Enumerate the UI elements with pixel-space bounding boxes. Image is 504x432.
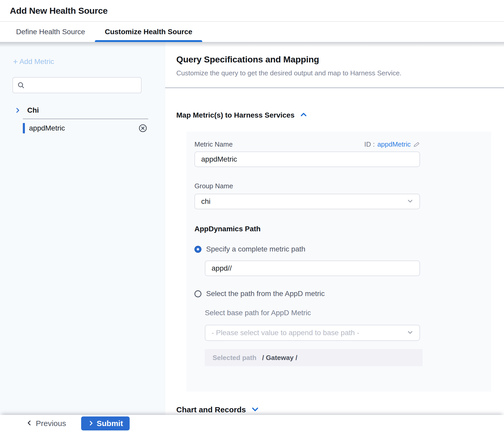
chevron-right-icon bbox=[88, 420, 94, 427]
selected-path-strip: Selected path / Gateway / bbox=[205, 349, 423, 366]
chevron-up-icon[interactable] bbox=[300, 111, 307, 120]
section-page-title: Query Specifications and Mapping bbox=[176, 54, 504, 64]
previous-label: Previous bbox=[36, 419, 66, 428]
metric-search bbox=[12, 77, 142, 93]
base-path-select[interactable]: - Please select value to append to base … bbox=[205, 325, 420, 341]
tab-define-health-source[interactable]: Define Health Source bbox=[6, 22, 95, 42]
section-subtitle: Customize the query to get the desired o… bbox=[176, 69, 504, 77]
map-metrics-section-header[interactable]: Map Metric(s) to Harness Services bbox=[176, 111, 504, 120]
selected-indicator bbox=[23, 123, 25, 133]
chevron-right-icon[interactable] bbox=[14, 107, 21, 114]
metric-name-label: Metric Name bbox=[194, 140, 233, 148]
id-label: ID : bbox=[364, 140, 375, 148]
dialog-footer: Previous Submit bbox=[0, 415, 504, 432]
chevron-down-icon bbox=[407, 329, 414, 337]
add-metric-label: Add Metric bbox=[19, 57, 54, 66]
search-input[interactable] bbox=[12, 77, 142, 93]
add-metric-button[interactable]: + Add Metric bbox=[13, 57, 54, 66]
search-icon bbox=[17, 81, 25, 90]
metric-id-wrap: ID : appdMetric bbox=[364, 140, 420, 148]
metric-name-input[interactable] bbox=[194, 152, 420, 167]
radio-checked-icon[interactable] bbox=[194, 246, 201, 253]
metric-mapping-card: Metric Name ID : appdMetric Group Name bbox=[186, 132, 491, 392]
radio-complete-metric-path[interactable]: Specify a complete metric path bbox=[194, 245, 491, 253]
group-name-label: Group Name bbox=[194, 182, 491, 190]
page-title: Add New Health Source bbox=[10, 6, 108, 16]
metric-group-row[interactable]: Chi bbox=[0, 104, 165, 117]
tab-bar: Define Health Source Customize Health So… bbox=[0, 22, 504, 42]
dialog-header: Add New Health Source bbox=[0, 0, 504, 22]
selected-path-value: / Gateway / bbox=[262, 354, 297, 362]
title-divider bbox=[165, 88, 504, 88]
chart-and-records-title: Chart and Records bbox=[176, 405, 246, 414]
submit-button[interactable]: Submit bbox=[81, 416, 130, 430]
metric-item-label: appdMetric bbox=[29, 124, 65, 132]
appdynamics-path-title: AppDynamics Path bbox=[194, 225, 491, 233]
radio-select-appd-path[interactable]: Select the path from the AppD metric bbox=[194, 290, 491, 298]
radio-complete-metric-path-label: Specify a complete metric path bbox=[206, 245, 305, 253]
selected-path-label: Selected path bbox=[213, 354, 256, 362]
group-name-select[interactable]: chi bbox=[194, 194, 420, 209]
tab-customize-health-source[interactable]: Customize Health Source bbox=[95, 22, 202, 42]
chevron-left-icon bbox=[26, 420, 33, 427]
submit-label: Submit bbox=[97, 419, 123, 428]
base-path-placeholder: - Please select value to append to base … bbox=[212, 329, 359, 337]
metric-id-link[interactable]: appdMetric bbox=[377, 140, 411, 148]
plus-icon: + bbox=[13, 57, 18, 66]
radio-unchecked-icon[interactable] bbox=[194, 290, 201, 297]
metric-name-row: Metric Name ID : appdMetric bbox=[194, 140, 420, 148]
base-path-label: Select base path for AppD Metric bbox=[205, 309, 491, 317]
complete-metric-path-input[interactable] bbox=[205, 261, 420, 276]
chart-and-records-section-header[interactable]: Chart and Records bbox=[176, 405, 504, 414]
radio-select-appd-path-label: Select the path from the AppD metric bbox=[206, 290, 325, 298]
query-spec-panel: Query Specifications and Mapping Customi… bbox=[165, 42, 504, 415]
dialog-body: + Add Metric Chi bbox=[0, 42, 504, 415]
delete-metric-icon[interactable] bbox=[138, 124, 148, 133]
chevron-down-icon bbox=[407, 197, 414, 206]
previous-button[interactable]: Previous bbox=[26, 419, 66, 428]
map-metrics-title: Map Metric(s) to Harness Services bbox=[176, 111, 295, 119]
add-health-source-dialog: Add New Health Source Define Health Sour… bbox=[0, 0, 504, 432]
chevron-down-icon[interactable] bbox=[251, 405, 259, 414]
group-name-value: chi bbox=[201, 197, 211, 206]
metric-list-item[interactable]: appdMetric bbox=[0, 119, 165, 137]
edit-pencil-icon[interactable] bbox=[413, 141, 420, 148]
metric-group-label: Chi bbox=[27, 106, 39, 114]
metrics-sidebar: + Add Metric Chi bbox=[0, 42, 165, 415]
